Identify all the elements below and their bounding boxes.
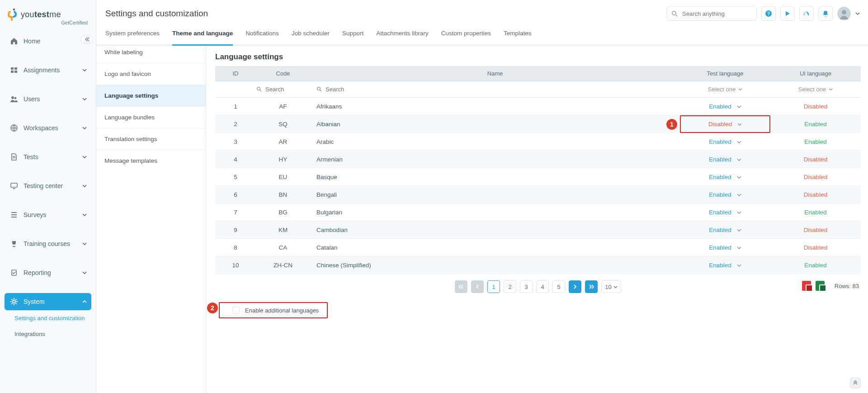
chevron-down-icon [737, 263, 741, 268]
tab-label: Theme and language [172, 30, 233, 37]
callout-box-2: Enable additional languages [219, 302, 328, 318]
global-search[interactable] [666, 6, 757, 21]
page-1[interactable]: 1 [487, 280, 500, 293]
user-menu-chevron[interactable] [855, 11, 860, 16]
table-row: 10ZH-CNChinese (Simplified)EnabledEnable… [215, 256, 861, 274]
table-row: 5EUBasqueEnabledDisabled [215, 168, 861, 186]
page-prev[interactable] [471, 280, 484, 293]
table-row: 3ARArabicEnabledEnabled [215, 133, 861, 151]
brand-logo[interactable]: youtestme [7, 8, 89, 21]
col-test-language[interactable]: Test language [680, 66, 770, 81]
cell-name: Chinese (Simplified) [310, 256, 680, 274]
sidebar-subitem-settings-and-customization[interactable]: Settings and customization [5, 310, 91, 326]
cell-test-language[interactable]: Enabled [680, 186, 770, 204]
col-id[interactable]: ID [215, 66, 256, 81]
languages-table: ID Code Name Test language UI language [215, 66, 861, 274]
col-ui-language[interactable]: UI language [770, 66, 861, 81]
page-2[interactable]: 2 [504, 280, 516, 293]
tab-support[interactable]: Support [342, 27, 363, 45]
cell-test-language[interactable]: Enabled [680, 239, 770, 256]
cell-code: BN [256, 186, 310, 204]
cell-test-language[interactable]: Enabled [680, 133, 770, 151]
col-code[interactable]: Code [256, 66, 310, 81]
filter-ui-language[interactable]: Select one [798, 86, 833, 93]
scroll-to-top-button[interactable] [850, 378, 861, 388]
cell-test-language[interactable]: Enabled [680, 256, 770, 274]
chevron-down-icon [737, 104, 741, 109]
play-button[interactable] [780, 6, 795, 21]
page-next[interactable] [569, 280, 581, 293]
col-name[interactable]: Name [310, 66, 680, 81]
filter-code[interactable] [256, 85, 310, 93]
sidebar-nav: Home Assignments Users Workspaces Tests [0, 26, 96, 393]
cell-test-language[interactable]: Enabled [680, 168, 770, 186]
user-avatar[interactable] [837, 7, 851, 20]
export-pdf-button[interactable] [802, 281, 811, 291]
cell-test-language[interactable]: Enabled [680, 204, 770, 221]
tab-templates[interactable]: Templates [504, 27, 532, 45]
svg-rect-4 [14, 71, 17, 73]
chevron-down-icon [737, 175, 741, 180]
chevron-down-icon [737, 210, 741, 215]
cell-code: ZH-CN [256, 256, 310, 274]
cell-test-language[interactable]: Enabled [680, 221, 770, 239]
page-first[interactable] [455, 280, 467, 293]
cell-code: KM [256, 221, 310, 239]
page-last[interactable] [585, 280, 598, 293]
notifications-button[interactable] [818, 6, 833, 21]
tab-system-preferences[interactable]: System preferences [105, 27, 160, 45]
sidebar-item-testing-center[interactable]: Testing center [5, 177, 91, 194]
svg-point-17 [317, 87, 321, 90]
sidebar-item-home[interactable]: Home [5, 33, 91, 50]
cell-id: 8 [215, 239, 256, 256]
cell-test-language[interactable]: Enabled [680, 98, 770, 115]
submenu-message-templates[interactable]: Message templates [96, 150, 206, 171]
page-5[interactable]: 5 [552, 280, 565, 293]
help-button[interactable]: ? [761, 6, 776, 21]
filter-name-input[interactable] [325, 85, 370, 93]
submenu-logo-and-favicon[interactable]: Logo and favicon [96, 63, 206, 85]
tab-notifications[interactable]: Notifications [245, 27, 279, 45]
tab-custom-properties[interactable]: Custom properties [441, 27, 491, 45]
cell-test-language[interactable]: Enabled [680, 151, 770, 168]
sidebar-item-tests[interactable]: Tests [5, 148, 91, 166]
cell-code: EU [256, 168, 310, 186]
svg-point-10 [13, 300, 15, 303]
headset-button[interactable] [799, 6, 814, 21]
enable-additional-checkbox[interactable] [232, 307, 240, 314]
submenu-language-bundles[interactable]: Language bundles [96, 107, 206, 128]
tab-label: Support [342, 30, 363, 37]
sidebar-item-training-courses[interactable]: Training courses [5, 235, 91, 252]
tab-theme-and-language[interactable]: Theme and language [172, 27, 233, 45]
tab-attachments-library[interactable]: Attachments library [376, 27, 429, 45]
filter-code-input[interactable] [264, 85, 310, 93]
submenu-translation-settings[interactable]: Translation settings [96, 128, 206, 150]
callout-badge-2: 2 [207, 303, 218, 313]
cell-id: 3 [215, 133, 256, 151]
sidebar-item-workspaces[interactable]: Workspaces [5, 119, 91, 137]
page-3[interactable]: 3 [520, 280, 533, 293]
page-size-select[interactable]: 10 [601, 280, 621, 293]
page-4[interactable]: 4 [536, 280, 549, 293]
sidebar-item-reporting[interactable]: Reporting [5, 264, 91, 281]
sidebar-item-label: Surveys [24, 211, 47, 218]
filter-test-language[interactable]: Select one [708, 86, 742, 93]
svg-point-0 [13, 9, 15, 10]
export-excel-button[interactable] [816, 281, 825, 291]
sidebar-item-surveys[interactable]: Surveys [5, 206, 91, 223]
filter-name[interactable] [316, 85, 370, 93]
global-search-input[interactable] [681, 10, 759, 18]
cell-name: Armenian [310, 151, 680, 168]
chevron-down-icon [737, 193, 741, 197]
chevron-down-icon [738, 87, 742, 91]
cell-name: Arabic [310, 133, 680, 151]
tab-job-scheduler[interactable]: Job scheduler [292, 27, 330, 45]
sidebar-item-system[interactable]: System [5, 293, 91, 310]
submenu-white-labeling[interactable]: White labeling [96, 45, 206, 63]
submenu-language-settings[interactable]: Language settings [96, 85, 206, 107]
brand-subtitle: GetCertified [7, 20, 89, 25]
cell-test-language[interactable]: Disabled [680, 115, 770, 133]
sidebar-item-assignments[interactable]: Assignments [5, 62, 91, 79]
sidebar-subitem-integrations[interactable]: Integrations [5, 326, 91, 342]
sidebar-item-users[interactable]: Users [5, 90, 91, 108]
